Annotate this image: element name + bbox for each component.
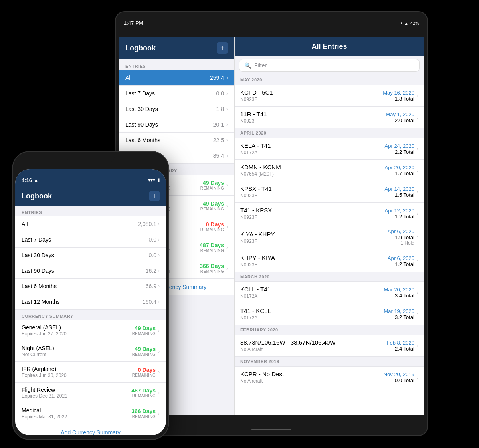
entry-total: 2.4 Total (387, 346, 414, 352)
phone-ifr-chevron: › (158, 369, 160, 375)
phone-30days-label: Last 30 Days (22, 252, 54, 258)
tablet-add-button[interactable]: + (217, 42, 228, 54)
phone-general-days: 49 Days REMAINING (132, 325, 156, 336)
table-row[interactable]: KDMN - KCNM N07654 (M20T) Apr 20, 2020 1… (235, 160, 424, 181)
entry-hold: 1 Hold (388, 240, 414, 246)
phone-wifi-icon: ▾▾▾ (148, 178, 155, 183)
tablet-entry-7days[interactable]: Last 7 Days 0.0 › (119, 86, 234, 101)
table-row[interactable]: KELA - T41 N0172A Apr 24, 2020 2.2 Total… (235, 138, 424, 160)
entry-total: 1.5 Total (385, 192, 414, 198)
tablet-7days-chevron: › (226, 91, 228, 96)
phone-entry-all[interactable]: All 2,080.1 › (15, 216, 166, 232)
phone-currency-general[interactable]: General (ASEL) Expires Jun 27, 2020 49 D… (15, 320, 166, 341)
phone-fr-count: 487 Days (131, 387, 156, 394)
table-row[interactable]: KPSX - T41 N0923F Apr 14, 2020 1.5 Total… (235, 181, 424, 203)
table-row[interactable]: KHPY - KIYA N0923F Apr 6, 2020 1.2 Total… (235, 250, 424, 272)
tablet-entry-30days[interactable]: Last 30 Days 1.8 › (119, 101, 234, 117)
tablet-entry-6months[interactable]: Last 6 Months 22.5 › (119, 133, 234, 148)
tablet-all-chevron: › (226, 75, 228, 81)
entry-date: Mar 20, 2020 (384, 287, 414, 293)
tablet-filter-input[interactable]: 🔍 Filter (240, 59, 419, 71)
phone-currency-ifr[interactable]: IFR (Airplane) Expires Jun 30, 2020 0 Da… (15, 362, 166, 383)
entry-route: KELA - T41 (240, 142, 385, 149)
entry-route: 11R - T41 (240, 111, 386, 117)
tablet-30days-chevron: › (226, 106, 228, 112)
phone-night-days: 49 Days REMAINING (132, 346, 156, 357)
tablet-30days-label: Last 30 Days (125, 106, 158, 112)
table-row[interactable]: T41 - KCLL N0172A Mar 19, 2020 3.2 Total… (235, 303, 424, 325)
search-icon: 🔍 (244, 62, 251, 69)
phone-time: 4:16 ▲ (22, 177, 39, 183)
entry-total: 1.7 Total (385, 170, 414, 176)
tablet-12months-chevron: › (226, 153, 228, 159)
phone-entry-90days[interactable]: Last 90 Days 16.2 › (15, 263, 166, 279)
entry-route: T41 - KCLL (240, 307, 384, 314)
phone-logbook-title: Logbook (22, 192, 52, 200)
phone-6months-chevron: › (158, 283, 160, 289)
phone-entries-label: ENTRIES (15, 206, 166, 216)
tablet-7days-value: 0.0 › (216, 90, 228, 97)
phone-12months-value: 160.4 › (143, 299, 160, 305)
entry-aircraft: N0923F (240, 97, 383, 102)
tablet-nav-header: Logbook + (119, 37, 234, 59)
table-row[interactable]: KCLL - T41 N0172A Mar 20, 2020 3.4 Total… (235, 282, 424, 303)
tablet-currency-general-right: 49 Days REMAINING › (200, 180, 228, 190)
phone-currency-medical[interactable]: Medical Expires Mar 31, 2022 366 Days RE… (15, 403, 166, 424)
tablet-entries-section: ENTRIES (119, 59, 234, 70)
phone-status-bar: 4:16 ▲ ▾▾▾ ▮ (15, 169, 166, 187)
table-row[interactable]: 11R - T41 N0923F May 1, 2020 2.0 Total › (235, 107, 424, 128)
phone-fr-name: Flight Review (22, 387, 131, 393)
entry-aircraft: N0923F (240, 118, 386, 124)
table-row[interactable]: KCPR - No Dest No Aircraft Nov 20, 2019 … (235, 367, 424, 388)
table-row[interactable]: KCFD - 5C1 N0923F May 16, 2020 1.8 Total… (235, 85, 424, 107)
tablet-night-chevron: › (226, 203, 228, 209)
entry-aircraft: N0923F (240, 262, 388, 268)
phone-entry-6months[interactable]: Last 6 Months 66.9 › (15, 279, 166, 294)
month-april-2020: APRIL 2020 (235, 128, 424, 138)
tablet-logbook-title: Logbook (125, 44, 156, 52)
tablet-time: 1:47 PM (124, 20, 143, 26)
phone-currency-night[interactable]: Night (ASEL) Not Current 49 Days REMAINI… (15, 341, 166, 362)
phone-entry-30days[interactable]: Last 30 Days 0.0 › (15, 248, 166, 263)
month-march-2020: MARCH 2020 (235, 272, 424, 282)
phone-30days-chevron: › (158, 252, 160, 258)
phone-entry-7days[interactable]: Last 7 Days 0.0 › (15, 232, 166, 248)
table-row[interactable]: 38.73N/106.16W - 38.67N/106.40W No Aircr… (235, 335, 424, 357)
phone-medical-days: 366 Days REMAINING (131, 408, 156, 419)
entry-chevron: › (417, 146, 418, 152)
tablet-entry-90days[interactable]: Last 90 Days 20.1 › (119, 117, 234, 133)
phone-90days-value: 16.2 › (146, 268, 160, 274)
entry-total: 1.2 Total (388, 261, 414, 267)
phone-night-chevron: › (158, 349, 160, 354)
tablet-entry-all[interactable]: All 259.4 › (119, 70, 234, 86)
entry-aircraft: N07654 (M20T) (240, 171, 385, 177)
phone-add-currency-link[interactable]: Add Currency Summary (15, 424, 166, 435)
phone-fr-sub: Expires Dec 31, 2021 (22, 393, 131, 399)
phone-night-name: Night (ASEL) (22, 345, 132, 351)
phone-currency-fr[interactable]: Flight Review Expires Dec 31, 2021 487 D… (15, 383, 166, 403)
table-row[interactable]: T41 - KPSX N0923F Apr 12, 2020 1.2 Total… (235, 203, 424, 224)
entry-chevron: › (417, 343, 418, 349)
entry-route: KHPY - KIYA (240, 254, 388, 261)
entry-date: Apr 12, 2020 (385, 208, 414, 214)
table-row[interactable]: KIYA - KHPY N0923F Apr 6, 2020 1.9 Total… (235, 224, 424, 250)
phone-add-button[interactable]: + (149, 191, 160, 201)
entry-route: KCFD - 5C1 (240, 89, 383, 96)
phone-7days-value: 0.0 › (149, 236, 160, 243)
phone-device: 4:16 ▲ ▾▾▾ ▮ Logbook + ENTRIES All 2,080… (13, 152, 168, 439)
entry-date: Apr 20, 2020 (385, 165, 414, 170)
phone-screen: 4:16 ▲ ▾▾▾ ▮ Logbook + ENTRIES All 2,080… (15, 169, 166, 435)
entry-route: KCLL - T41 (240, 286, 384, 293)
phone-nav-header: Logbook + (15, 187, 166, 206)
month-may-2020: MAY 2020 (235, 75, 424, 85)
phone-entry-12months[interactable]: Last 12 Months 160.4 › (15, 294, 166, 310)
tablet-6months-chevron: › (226, 137, 228, 143)
phone-7days-chevron: › (158, 237, 160, 242)
phone-fr-chevron: › (158, 390, 160, 396)
tablet-currency-medical-right: 366 Days REMAINING › (200, 263, 228, 274)
phone-night-count: 49 Days (132, 346, 156, 352)
entry-total: 3.2 Total (384, 314, 414, 320)
entry-date: Apr 6, 2020 (388, 255, 414, 261)
tablet-currency-night-right: 49 Days REMAINING › (200, 200, 228, 211)
entry-chevron: › (417, 258, 418, 264)
